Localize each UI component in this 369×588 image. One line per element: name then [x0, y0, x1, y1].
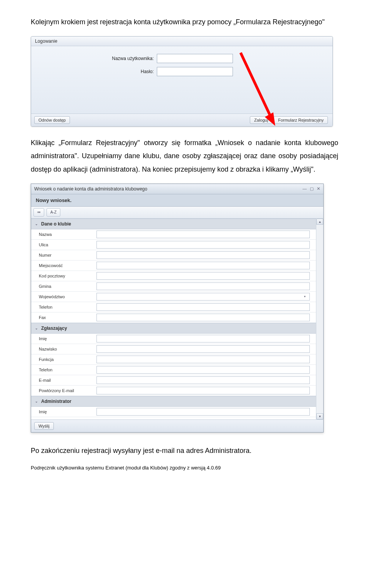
password-label: Hasło:	[54, 69, 157, 74]
club-voivodeship-label: Województwo	[31, 294, 96, 299]
section-club-header[interactable]: ⌄ Dane o klubie	[31, 219, 316, 229]
login-panel: Logowanie Nazwa użytkownika: Hasło: Od	[31, 36, 333, 127]
recover-access-button[interactable]: Odnów dostęp	[34, 116, 70, 124]
chevron-down-icon: ▾	[302, 295, 308, 298]
club-fax-input[interactable]	[96, 314, 310, 321]
section-club-title: Dane o klubie	[41, 221, 71, 227]
intro-paragraph-1: Kolejnym krokiem jest rejestracja konta …	[31, 15, 338, 28]
club-fax-label: Fax	[31, 315, 96, 320]
club-postcode-label: Kod pocztowy	[31, 274, 96, 278]
closing-paragraph: Po zakończeniu rejestracji wysyłany jest…	[31, 444, 338, 457]
minimize-icon[interactable]: —	[303, 186, 307, 191]
club-name-input[interactable]	[96, 231, 310, 238]
sort-az-button[interactable]: A-Z	[47, 208, 60, 217]
club-phone-input[interactable]	[96, 303, 310, 311]
reporter-phone-label: Telefon	[31, 368, 96, 372]
reporter-lname-label: Nazwisko	[31, 347, 96, 351]
window-title: Wniosek o nadanie konta dla administrato…	[34, 186, 303, 192]
admin-fname-label: Imię	[31, 409, 96, 414]
club-number-label: Numer	[31, 253, 96, 257]
reporter-email-input[interactable]	[96, 376, 310, 384]
reporter-email2-input[interactable]	[96, 387, 310, 394]
list-view-button[interactable]: ≔	[33, 208, 44, 217]
admin-request-window: Wniosek o nadanie konta dla administrato…	[31, 184, 324, 433]
scrollbar[interactable]: ▴ ▾	[316, 219, 323, 419]
section-reporter-title: Zgłaszający	[41, 326, 67, 331]
maximize-icon[interactable]: ▢	[310, 186, 314, 191]
club-name-label: Nazwa	[31, 232, 96, 237]
club-gmina-label: Gmina	[31, 284, 96, 289]
club-gmina-input[interactable]	[96, 282, 310, 290]
username-label: Nazwa użytkownika:	[54, 56, 157, 61]
admin-fname-input[interactable]	[96, 408, 310, 416]
club-city-label: Miejscowość	[31, 263, 96, 268]
register-form-button[interactable]: Formularz Rejestracyjny	[274, 116, 328, 124]
scroll-down-icon[interactable]: ▾	[316, 413, 323, 419]
section-admin-title: Administrator	[41, 399, 71, 404]
club-postcode-input[interactable]	[96, 272, 310, 280]
reporter-phone-input[interactable]	[96, 366, 310, 374]
chevron-down-icon: ⌄	[35, 222, 38, 226]
send-button[interactable]: Wyślij	[34, 422, 54, 430]
login-button[interactable]: Zaloguj	[250, 116, 272, 124]
reporter-fname-input[interactable]	[96, 335, 310, 342]
club-number-input[interactable]	[96, 251, 310, 259]
club-street-input[interactable]	[96, 241, 310, 249]
section-admin-header[interactable]: ⌄ Administrator	[31, 396, 316, 407]
reporter-function-label: Funkcja	[31, 357, 96, 362]
scroll-up-icon[interactable]: ▴	[316, 219, 323, 225]
login-panel-title: Logowanie	[31, 37, 332, 46]
club-street-label: Ulica	[31, 242, 96, 247]
club-city-input[interactable]	[96, 262, 310, 269]
club-phone-label: Telefon	[31, 305, 96, 309]
reporter-lname-input[interactable]	[96, 345, 310, 353]
close-icon[interactable]: ✕	[317, 186, 320, 191]
reporter-function-input[interactable]	[96, 356, 310, 363]
section-reporter-header[interactable]: ⌄ Zgłaszający	[31, 323, 316, 334]
reporter-email-label: E-mail	[31, 378, 96, 383]
password-input[interactable]	[157, 67, 233, 76]
chevron-down-icon: ⌄	[35, 326, 38, 330]
reporter-fname-label: Imię	[31, 336, 96, 341]
chevron-down-icon: ⌄	[35, 399, 38, 403]
username-input[interactable]	[157, 54, 233, 63]
page-footer: Podręcznik użytkownika systemu Extranet …	[31, 465, 338, 471]
window-subtitle: Nowy wniosek.	[31, 194, 323, 207]
intro-paragraph-2: Klikając „Formularz Rejestracyjny" otwor…	[31, 136, 338, 176]
club-voivodeship-select[interactable]: ▾	[96, 293, 310, 301]
reporter-email2-label: Powtórzony E-mail	[31, 388, 96, 393]
